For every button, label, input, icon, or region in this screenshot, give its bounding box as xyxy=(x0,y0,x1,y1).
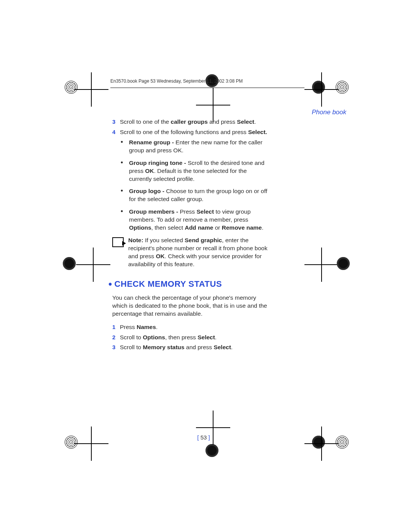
page-number: [ 53 ] xyxy=(61,434,346,441)
note-icon xyxy=(112,237,124,247)
bullet-dot: • xyxy=(121,139,129,155)
bullet-list: • Rename group - Enter the new name for … xyxy=(121,139,270,232)
step-body: Scroll to one of the caller groups and p… xyxy=(120,118,270,126)
mem-step-1: 1 Press Names. xyxy=(112,323,270,331)
mem-step-3: 3 Scroll to Memory status and press Sele… xyxy=(112,343,270,351)
reg-mark-blob xyxy=(206,444,218,457)
note-block: Note: If you selected Send graphic, ente… xyxy=(112,236,270,268)
bullet-dot: • xyxy=(121,159,129,183)
bullet-dot: • xyxy=(121,187,129,203)
mem-step-2: 2 Scroll to Options, then press Select. xyxy=(112,334,270,342)
step-number: 2 xyxy=(112,334,120,342)
bullet-item: • Group members - Press Select to view g… xyxy=(121,208,270,232)
step-number: 1 xyxy=(112,323,120,331)
page-content-area: Phone book 3 Scroll to one of the caller… xyxy=(61,74,346,444)
step-number: 3 xyxy=(112,118,120,126)
heading-check-memory: •CHECK MEMORY STATUS xyxy=(108,277,270,290)
step-number: 4 xyxy=(112,128,120,136)
heading-bullet-icon: • xyxy=(108,278,112,290)
step-4: 4 Scroll to one of the following functio… xyxy=(112,128,270,136)
paragraph: You can check the percentage of your pho… xyxy=(112,294,270,318)
bullet-item: • Group ringing tone - Scroll to the des… xyxy=(121,159,270,183)
bullet-item: • Group logo - Choose to turn the group … xyxy=(121,187,270,203)
bullet-dot: • xyxy=(121,208,129,232)
step-number: 3 xyxy=(112,343,120,351)
bullet-item: • Rename group - Enter the new name for … xyxy=(121,139,270,155)
step-3: 3 Scroll to one of the caller groups and… xyxy=(112,118,270,126)
body-content: 3 Scroll to one of the caller groups and… xyxy=(112,118,270,354)
section-header: Phone book xyxy=(312,109,346,116)
step-body: Scroll to one of the following functions… xyxy=(120,128,270,136)
